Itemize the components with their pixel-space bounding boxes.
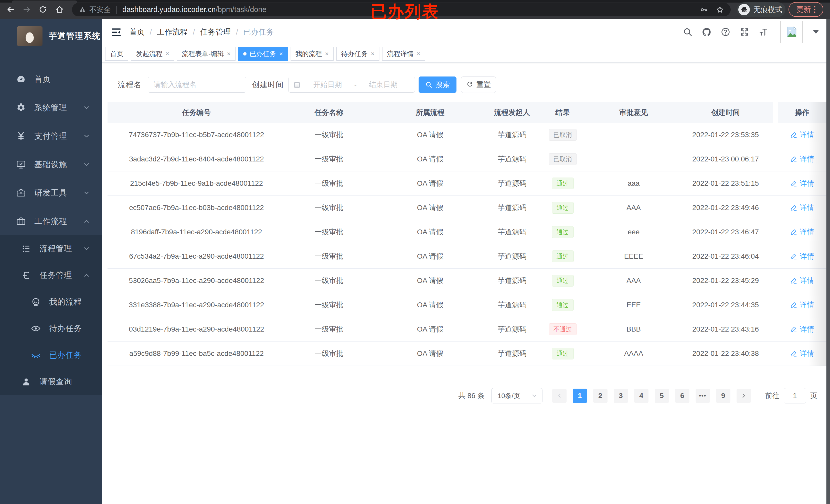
back-icon[interactable] <box>5 4 17 15</box>
close-icon[interactable]: × <box>371 51 375 57</box>
view-tab[interactable]: 待办任务 × <box>337 47 379 61</box>
breadcrumb-item[interactable]: 已办任务 <box>243 27 274 37</box>
sidebar-collapse-icon[interactable] <box>110 26 122 38</box>
edit-pen-icon <box>790 350 797 357</box>
cell-task-name: 一级审批 <box>285 123 373 147</box>
reset-button[interactable]: 重置 <box>461 76 496 93</box>
chevron-icon <box>83 161 90 168</box>
sidebar-item[interactable]: 基础设施 <box>0 150 102 178</box>
prev-page-button[interactable] <box>552 389 567 403</box>
col-actions: 操作 <box>778 102 826 123</box>
cell-task-id: 215cf4e5-7b9b-11ec-9a1b-acde48001122 <box>107 171 285 196</box>
close-icon[interactable]: × <box>417 51 420 57</box>
submenu-item-label: 流程管理 <box>39 243 72 254</box>
edit-pen-icon <box>790 204 797 211</box>
result-badge: 通过 <box>552 226 574 238</box>
browser-tab[interactable] <box>12 1 77 3</box>
avatar[interactable] <box>780 21 803 43</box>
sidebar-subitem[interactable]: 请假查询 <box>0 368 102 395</box>
key-icon[interactable] <box>700 6 708 14</box>
sidebar-item[interactable]: 工作流程 <box>0 207 102 235</box>
breadcrumb-item[interactable]: 任务管理 <box>200 27 231 37</box>
fullscreen-icon[interactable] <box>739 26 750 38</box>
page-button[interactable]: 9 <box>716 389 730 403</box>
sidebar-subitem[interactable]: 任务管理 <box>0 262 102 289</box>
col-task-id: 任务编号 <box>107 102 285 123</box>
next-page-button[interactable] <box>737 389 751 403</box>
date-range-input[interactable]: 开始日期 - 结束日期 <box>288 77 415 93</box>
view-tab[interactable]: 流程表单-编辑 × <box>177 47 235 61</box>
incognito-badge: 无痕模式 <box>737 2 786 17</box>
page-button[interactable]: 5 <box>655 389 669 403</box>
view-tab-label: 首页 <box>110 49 123 58</box>
submenu-item-icon <box>21 377 31 387</box>
page-button[interactable]: 3 <box>614 389 628 403</box>
process-name-input[interactable]: 请输入流程名 <box>148 77 246 93</box>
close-icon[interactable]: × <box>279 51 283 57</box>
view-tab[interactable]: 发起流程 × <box>131 47 174 61</box>
detail-link[interactable]: 详情 <box>790 300 814 310</box>
goto-page-input[interactable]: 1 <box>784 388 806 403</box>
sidebar-item[interactable]: 支付管理 <box>0 122 102 150</box>
detail-link[interactable]: 详情 <box>790 325 814 334</box>
page-scrollbar[interactable] <box>826 19 830 504</box>
search-button[interactable]: 搜索 <box>419 76 456 93</box>
sidebar-item[interactable]: 首页 <box>0 65 102 93</box>
detail-link[interactable]: 详情 <box>790 227 814 237</box>
menu-dots-icon[interactable] <box>814 6 816 13</box>
detail-label: 详情 <box>800 276 814 285</box>
filter-bar: 流程名 请输入流程名 创建时间 开始日期 - 结束日期 搜索 重置 <box>102 76 830 94</box>
detail-link[interactable]: 详情 <box>790 251 814 261</box>
detail-link[interactable]: 详情 <box>790 203 814 212</box>
view-tab[interactable]: 首页 × <box>105 47 128 61</box>
close-icon[interactable]: × <box>166 51 169 57</box>
close-icon[interactable]: × <box>325 51 329 57</box>
home-icon[interactable] <box>54 4 66 15</box>
update-button[interactable]: 更新 <box>789 2 823 17</box>
cell-task-name: 一级审批 <box>285 196 373 220</box>
detail-link[interactable]: 详情 <box>790 276 814 285</box>
sidebar-subitem[interactable]: 流程管理 <box>0 235 102 262</box>
security-warning[interactable]: 不安全 <box>89 5 111 14</box>
sidebar-subitem[interactable]: 我的流程 <box>0 289 102 315</box>
reload-icon[interactable] <box>37 4 49 15</box>
cell-opinion <box>589 147 678 171</box>
search-icon[interactable] <box>682 26 693 38</box>
sidebar-subitem[interactable]: 已办任务 <box>0 342 102 368</box>
detail-link[interactable]: 详情 <box>790 349 814 359</box>
sidebar-item[interactable]: 研发工具 <box>0 178 102 207</box>
breadcrumb-item[interactable]: 首页 <box>129 27 145 37</box>
page-button[interactable]: 2 <box>593 389 608 403</box>
cell-task-name: 一级审批 <box>285 317 373 341</box>
view-tab[interactable]: 流程详情 × <box>382 47 425 61</box>
url-host: dashboard.yudao.iocoder.cn <box>122 5 216 14</box>
detail-link[interactable]: 详情 <box>790 130 814 140</box>
page-button[interactable]: ••• <box>696 389 710 403</box>
page-button[interactable]: 4 <box>634 389 648 403</box>
star-icon[interactable] <box>716 6 724 14</box>
view-tab[interactable]: 已办任务 × <box>238 47 288 61</box>
breadcrumb-item[interactable]: 工作流程 <box>157 27 188 37</box>
detail-link[interactable]: 详情 <box>790 178 814 188</box>
sidebar-item[interactable]: 系统管理 <box>0 93 102 122</box>
view-tab-label: 流程表单-编辑 <box>182 49 224 58</box>
page-button[interactable]: 1 <box>573 389 587 403</box>
page-size-select[interactable]: 10条/页 <box>491 388 542 403</box>
sidebar-logo-row[interactable]: 芋道管理系统 <box>0 19 102 53</box>
detail-link[interactable]: 详情 <box>790 154 814 164</box>
view-tabs: 首页 × 发起流程 × 流程表单-编辑 × 已办任务 × 我的流程 × 待办任务 <box>102 45 830 63</box>
sidebar-subitem[interactable]: 待办任务 <box>0 315 102 342</box>
forward-icon[interactable] <box>21 4 33 15</box>
cell-process: OA 请假 <box>373 293 488 317</box>
result-badge: 通过 <box>552 202 574 214</box>
view-tab[interactable]: 我的流程 × <box>291 47 333 61</box>
caret-down-icon[interactable] <box>813 30 819 34</box>
page-button[interactable]: 6 <box>675 389 690 403</box>
close-icon[interactable]: × <box>227 51 231 57</box>
cell-task-id: 74736737-7b9b-11ec-b5b7-acde48001122 <box>107 123 285 147</box>
github-icon[interactable] <box>701 26 712 38</box>
help-icon[interactable] <box>720 26 731 38</box>
font-size-icon[interactable] <box>758 26 769 38</box>
menu-item-icon <box>16 131 26 141</box>
sidebar-submenu: 流程管理 任务管理 我的流程 待办任务 <box>0 235 102 395</box>
